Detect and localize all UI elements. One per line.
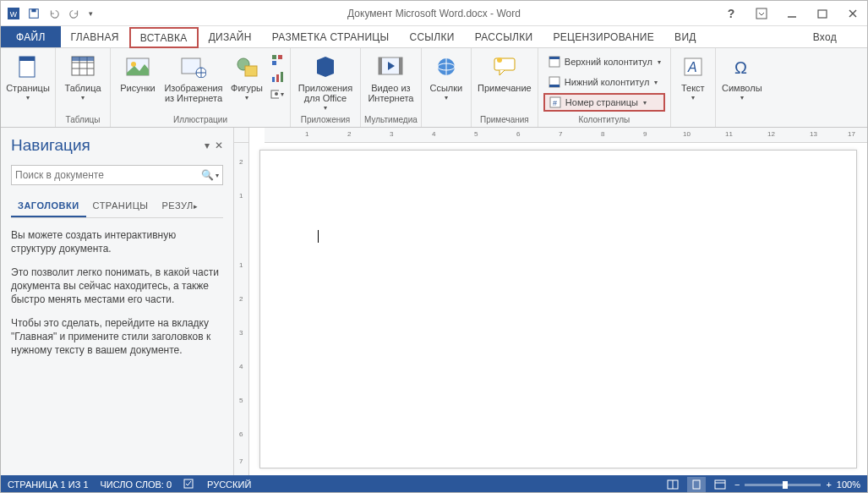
help-button[interactable]: ? <box>718 4 744 23</box>
status-language[interactable]: РУССКИЙ <box>207 479 251 490</box>
qat-customize-button[interactable]: ▾ <box>85 4 96 23</box>
group-label <box>674 113 712 127</box>
svg-rect-22 <box>245 66 257 76</box>
pages-button[interactable]: Страницы ▾ <box>4 51 52 103</box>
view-read-button[interactable] <box>663 477 682 492</box>
status-words[interactable]: ЧИСЛО СЛОВ: 0 <box>101 479 172 490</box>
svg-rect-32 <box>379 58 382 74</box>
tab-mailings[interactable]: РАССЫЛКИ <box>465 26 543 47</box>
page-number-label: Номер страницы <box>565 97 638 107</box>
nav-close-button[interactable]: ✕ <box>215 140 223 151</box>
save-button[interactable] <box>25 4 43 23</box>
table-icon <box>68 52 97 81</box>
tab-design[interactable]: ДИЗАЙН <box>199 26 262 47</box>
nav-search[interactable]: 🔍 ▾ <box>11 165 223 185</box>
zoom-level[interactable]: 100% <box>837 479 860 490</box>
nav-tab-results[interactable]: РЕЗУЛ▸ <box>156 195 205 217</box>
dropdown-icon: ▾ <box>691 94 695 101</box>
tab-file[interactable]: ФАЙЛ <box>1 26 61 47</box>
group-label <box>425 113 467 127</box>
text-cursor <box>318 230 319 243</box>
group-label <box>4 113 52 127</box>
close-button[interactable] <box>840 4 865 23</box>
header-icon <box>548 55 561 68</box>
undo-button[interactable] <box>45 4 63 23</box>
content-area: Навигация ▾ ✕ 🔍 ▾ ЗАГОЛОВКИ СТРАНИЦЫ РЕЗ… <box>1 128 867 475</box>
horizontal-ruler[interactable]: 1234567891011121317 <box>265 128 867 143</box>
shapes-icon <box>232 52 261 81</box>
text-icon: A <box>679 52 707 81</box>
tab-home[interactable]: ГЛАВНАЯ <box>61 26 129 47</box>
ribbon: Страницы ▾ Таблица ▾ Таблицы Рисунки Изо… <box>1 48 867 128</box>
navigation-pane: Навигация ▾ ✕ 🔍 ▾ ЗАГОЛОВКИ СТРАНИЦЫ РЕЗ… <box>1 128 234 475</box>
svg-rect-6 <box>818 10 827 18</box>
apps-icon <box>311 52 340 81</box>
svg-rect-42 <box>549 85 560 87</box>
sign-in[interactable]: Вход <box>803 26 867 47</box>
tab-insert[interactable]: ВСТАВКА <box>129 27 199 48</box>
view-web-button[interactable] <box>711 477 729 492</box>
screenshot-button[interactable]: ▾ <box>270 86 285 101</box>
page-number-button[interactable]: # Номер страницы▾ <box>543 93 665 112</box>
search-dropdown-icon[interactable]: ▾ <box>216 172 219 179</box>
svg-rect-4 <box>756 8 767 19</box>
svg-text:W: W <box>10 9 18 18</box>
document-area: 1234567891011121317 2 1 1 2 3 4 5 6 7 <box>234 128 867 475</box>
shapes-button[interactable]: Фигуры ▾ <box>226 51 268 103</box>
pictures-button[interactable]: Рисунки <box>114 51 161 95</box>
page-number-icon: # <box>549 96 562 109</box>
ribbon-tabs: ФАЙЛ ГЛАВНАЯ ВСТАВКА ДИЗАЙН РАЗМЕТКА СТР… <box>1 26 867 48</box>
header-button[interactable]: Верхний колонтитул▾ <box>543 52 665 71</box>
group-label: Примечания <box>475 113 534 127</box>
maximize-button[interactable] <box>810 4 835 23</box>
zoom-slider[interactable] <box>745 484 821 486</box>
tab-review[interactable]: РЕЦЕНЗИРОВАНИЕ <box>543 26 664 47</box>
zoom-out-button[interactable]: − <box>734 479 740 490</box>
redo-button[interactable] <box>65 4 84 23</box>
tab-references[interactable]: ССЫЛКИ <box>399 26 464 47</box>
nav-tab-pages[interactable]: СТРАНИЦЫ <box>86 195 156 217</box>
symbols-label: Символы <box>722 83 762 93</box>
quick-access-toolbar: W ▾ <box>1 4 96 23</box>
group-tables: Таблица ▾ Таблицы <box>56 48 111 127</box>
table-label: Таблица <box>64 83 101 93</box>
smartart-button[interactable] <box>270 52 285 68</box>
online-pictures-button[interactable]: Изображения из Интернета <box>161 51 226 105</box>
picture-icon <box>123 52 152 81</box>
view-print-button[interactable] <box>687 477 706 492</box>
status-bar: СТРАНИЦА 1 ИЗ 1 ЧИСЛО СЛОВ: 0 РУССКИЙ − … <box>1 475 867 493</box>
office-apps-button[interactable]: Приложения для Office ▾ <box>294 51 357 113</box>
vertical-ruler[interactable]: 2 1 1 2 3 4 5 6 7 <box>234 143 249 475</box>
chart-button[interactable] <box>270 69 285 85</box>
links-button[interactable]: Ссылки ▾ <box>425 51 467 103</box>
shapes-label: Фигуры <box>231 83 263 93</box>
document-page[interactable] <box>259 150 857 468</box>
ribbon-display-button[interactable] <box>749 4 774 23</box>
svg-rect-24 <box>278 55 282 59</box>
nav-title: Навигация <box>11 136 90 155</box>
search-icon[interactable]: 🔍 <box>201 169 214 181</box>
title-bar: W ▾ Документ Microsoft Word.docx - Word … <box>1 1 867 26</box>
status-page[interactable]: СТРАНИЦА 1 ИЗ 1 <box>8 479 89 490</box>
page-icon <box>14 52 42 81</box>
symbols-button[interactable]: Ω Символы ▾ <box>719 51 765 103</box>
minimize-button[interactable] <box>779 4 805 23</box>
tab-layout[interactable]: РАЗМЕТКА СТРАНИЦЫ <box>262 26 400 47</box>
dropdown-icon: ▾ <box>245 94 248 101</box>
zoom-in-button[interactable]: + <box>826 479 831 490</box>
nav-tab-headings[interactable]: ЗАГОЛОВКИ <box>11 195 86 217</box>
online-video-button[interactable]: Видео из Интернета <box>364 51 417 105</box>
comment-button[interactable]: Примечание <box>475 51 534 95</box>
footer-button[interactable]: Нижний колонтитул▾ <box>543 73 665 91</box>
nav-menu-button[interactable]: ▾ <box>205 140 210 151</box>
search-input[interactable] <box>15 169 201 181</box>
table-button[interactable]: Таблица ▾ <box>59 51 106 103</box>
nav-tabs: ЗАГОЛОВКИ СТРАНИЦЫ РЕЗУЛ▸ <box>11 195 223 218</box>
tab-view[interactable]: ВИД <box>664 26 707 47</box>
spell-check-icon[interactable] <box>183 478 195 491</box>
dropdown-icon: ▾ <box>324 104 327 112</box>
svg-text:#: # <box>553 99 557 107</box>
group-label: Иллюстрации <box>114 113 287 127</box>
text-button[interactable]: A Текст ▾ <box>674 51 712 103</box>
group-label: Приложения <box>294 113 357 127</box>
